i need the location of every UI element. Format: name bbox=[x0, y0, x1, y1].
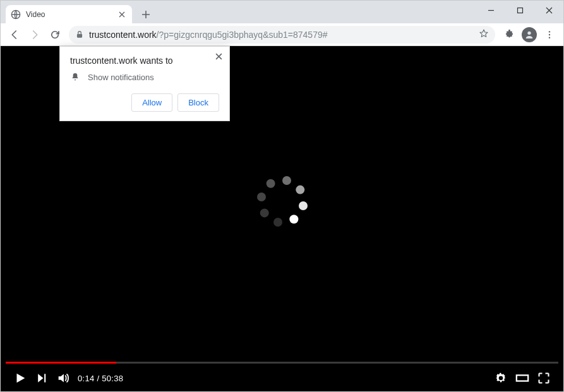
video-duration: 50:38 bbox=[102, 374, 123, 383]
reload-icon bbox=[49, 29, 61, 40]
browser-tab[interactable]: Video bbox=[6, 5, 132, 24]
minimize-icon bbox=[488, 7, 495, 14]
gear-icon bbox=[495, 372, 507, 384]
lock-icon bbox=[75, 30, 84, 39]
video-current-time: 0:14 bbox=[78, 374, 95, 383]
play-button[interactable] bbox=[9, 367, 31, 389]
popup-close-button[interactable] bbox=[212, 49, 225, 63]
skip-next-icon bbox=[35, 372, 48, 384]
address-bar[interactable]: trustcontent.work/?p=gizgcnrqgu5gi3bphay… bbox=[69, 26, 495, 44]
theater-mode-button[interactable] bbox=[512, 367, 533, 389]
forward-button[interactable] bbox=[25, 25, 45, 45]
bookmark-button[interactable] bbox=[479, 28, 489, 40]
tab-close-button[interactable] bbox=[117, 9, 127, 20]
profile-button[interactable] bbox=[519, 25, 539, 45]
kebab-icon bbox=[544, 30, 555, 40]
window-controls bbox=[476, 1, 563, 20]
svg-rect-1 bbox=[517, 8, 522, 13]
volume-button[interactable] bbox=[52, 367, 74, 389]
video-controls: 0:14 / 50:38 bbox=[1, 365, 563, 391]
window-titlebar: Video bbox=[1, 1, 563, 23]
video-time-separator: / bbox=[95, 374, 102, 383]
globe-icon bbox=[11, 9, 21, 20]
fullscreen-button[interactable] bbox=[533, 367, 555, 389]
volume-icon bbox=[56, 371, 70, 385]
close-icon bbox=[546, 7, 553, 14]
popup-request-line: Show notifications bbox=[70, 72, 219, 82]
svg-rect-7 bbox=[44, 374, 45, 382]
popup-title: trustcontent.work wants to bbox=[70, 56, 219, 66]
new-tab-button[interactable] bbox=[137, 7, 155, 22]
svg-point-3 bbox=[527, 31, 531, 34]
svg-point-4 bbox=[549, 31, 550, 32]
menu-button[interactable] bbox=[539, 25, 560, 45]
play-icon bbox=[13, 371, 27, 385]
arrow-right-icon bbox=[29, 29, 40, 40]
puzzle-icon bbox=[504, 29, 515, 40]
window-minimize-button[interactable] bbox=[476, 1, 505, 20]
settings-button[interactable] bbox=[490, 367, 512, 389]
video-progress-track[interactable] bbox=[6, 362, 558, 364]
window-close-button[interactable] bbox=[534, 1, 563, 20]
next-button[interactable] bbox=[31, 367, 52, 389]
arrow-left-icon bbox=[9, 29, 20, 40]
loading-spinner bbox=[260, 179, 304, 223]
allow-button[interactable]: Allow bbox=[131, 93, 172, 112]
url-text: trustcontent.work/?p=gizgcnrqgu5gi3bphay… bbox=[89, 30, 474, 40]
page-content: trustcontent.work wants to Show notifica… bbox=[1, 46, 563, 391]
block-button[interactable]: Block bbox=[177, 93, 219, 112]
popup-request-text: Show notifications bbox=[88, 73, 154, 82]
url-domain: trustcontent.work bbox=[89, 30, 157, 40]
maximize-icon bbox=[517, 7, 524, 14]
notification-permission-popup: trustcontent.work wants to Show notifica… bbox=[59, 46, 230, 121]
fullscreen-icon bbox=[537, 372, 550, 384]
video-progress-fill bbox=[6, 362, 116, 364]
tab-title: Video bbox=[26, 10, 117, 19]
theater-icon bbox=[515, 371, 529, 385]
close-icon bbox=[119, 11, 125, 18]
svg-rect-2 bbox=[77, 33, 82, 37]
svg-rect-8 bbox=[517, 375, 528, 381]
svg-point-5 bbox=[549, 33, 550, 35]
avatar-icon bbox=[522, 27, 537, 42]
video-time: 0:14 / 50:38 bbox=[78, 374, 123, 383]
plus-icon bbox=[141, 10, 150, 19]
svg-point-6 bbox=[549, 37, 550, 38]
close-icon bbox=[215, 53, 222, 60]
bell-icon bbox=[70, 72, 80, 82]
extensions-button[interactable] bbox=[499, 25, 519, 45]
back-button[interactable] bbox=[4, 25, 25, 45]
url-path: /?p=gizgcnrqgu5gi3bphayq&sub1=874579# bbox=[157, 30, 328, 40]
window-maximize-button[interactable] bbox=[505, 1, 534, 20]
browser-toolbar: trustcontent.work/?p=gizgcnrqgu5gi3bphay… bbox=[1, 23, 563, 46]
reload-button[interactable] bbox=[45, 25, 65, 45]
star-icon bbox=[479, 28, 489, 39]
